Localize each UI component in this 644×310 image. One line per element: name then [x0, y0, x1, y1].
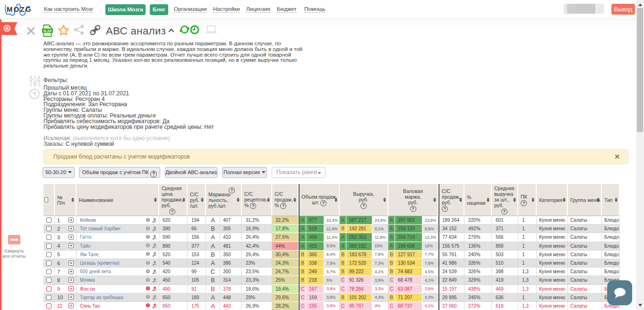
svg-text:MOZG: MOZG	[7, 5, 32, 13]
svg-text:XLSX: XLSX	[43, 29, 52, 33]
svg-text:?: ?	[33, 91, 36, 98]
